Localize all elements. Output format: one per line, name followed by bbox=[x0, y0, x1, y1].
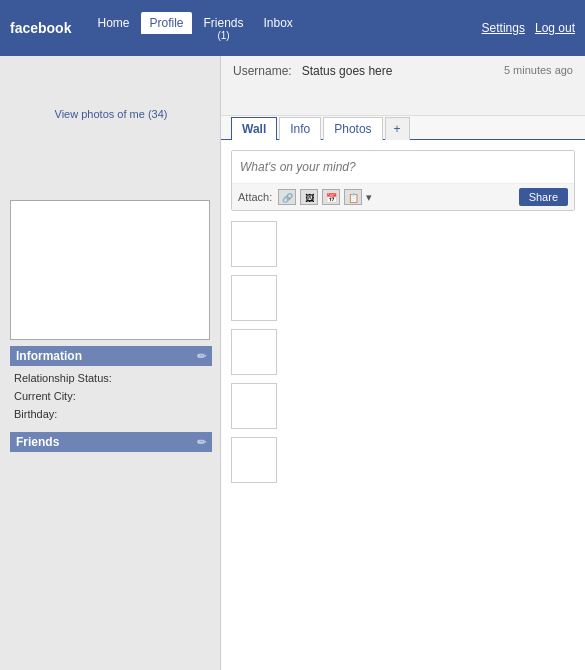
nav-home[interactable]: Home bbox=[89, 12, 137, 34]
profile-tabs: Wall Info Photos + bbox=[221, 116, 585, 140]
wall-post-3 bbox=[231, 329, 575, 375]
post-thumb-5 bbox=[231, 437, 277, 483]
wall-post-1 bbox=[231, 221, 575, 267]
post-thumb-3 bbox=[231, 329, 277, 375]
username-label: Username: bbox=[233, 64, 292, 78]
settings-link[interactable]: Settings bbox=[482, 21, 525, 35]
friends-edit-icon[interactable]: ✏ bbox=[197, 436, 206, 449]
brand-logo: facebook bbox=[10, 20, 71, 36]
nav-friends[interactable]: Friends (1) bbox=[196, 12, 252, 45]
wall-post-5 bbox=[231, 437, 575, 483]
attach-link-icon[interactable]: 🔗 bbox=[278, 189, 296, 205]
status-compose-box: Attach: 🔗 🖼 📅 📋 ▾ Share bbox=[231, 150, 575, 211]
information-box: Information ✏ Relationship Status: Curre… bbox=[10, 346, 212, 422]
share-button[interactable]: Share bbox=[519, 188, 568, 206]
status-text: Status goes here bbox=[302, 64, 393, 78]
post-thumb-2 bbox=[231, 275, 277, 321]
tab-add[interactable]: + bbox=[385, 117, 410, 140]
attach-event-icon[interactable]: 📅 bbox=[322, 189, 340, 205]
post-thumb-1 bbox=[231, 221, 277, 267]
information-header: Information ✏ bbox=[10, 346, 212, 366]
attach-photo-icon[interactable]: 🖼 bbox=[300, 189, 318, 205]
wall-area: Attach: 🔗 🖼 📅 📋 ▾ Share bbox=[221, 140, 585, 501]
wall-post-4 bbox=[231, 383, 575, 429]
sidebar: View photos of me (34) Information ✏ Rel… bbox=[0, 56, 220, 670]
tab-wall[interactable]: Wall bbox=[231, 117, 277, 140]
status-input[interactable] bbox=[232, 151, 574, 183]
post-thumb-4 bbox=[231, 383, 277, 429]
friends-box: Friends ✏ bbox=[10, 432, 212, 452]
nav-inbox[interactable]: Inbox bbox=[256, 12, 301, 34]
profile-photo bbox=[10, 200, 210, 340]
nav-links: Home Profile Friends (1) Inbox bbox=[89, 12, 300, 45]
top-navigation: facebook Home Profile Friends (1) Inbox … bbox=[0, 0, 585, 56]
profile-info: Username: Status goes here bbox=[233, 64, 392, 78]
friends-header: Friends ✏ bbox=[10, 432, 212, 452]
tab-info[interactable]: Info bbox=[279, 117, 321, 140]
relationship-field: Relationship Status: bbox=[10, 370, 212, 386]
view-photos-link[interactable]: View photos of me (34) bbox=[10, 108, 212, 120]
wall-post-2 bbox=[231, 275, 575, 321]
main-area: Username: Status goes here 5 minutes ago… bbox=[220, 56, 585, 670]
attach-label: Attach: bbox=[238, 191, 272, 203]
page-content: View photos of me (34) Information ✏ Rel… bbox=[0, 56, 585, 670]
nav-right-actions: Settings Log out bbox=[482, 21, 575, 35]
information-edit-icon[interactable]: ✏ bbox=[197, 350, 206, 363]
tab-photos[interactable]: Photos bbox=[323, 117, 382, 140]
city-field: Current City: bbox=[10, 388, 212, 404]
profile-header: Username: Status goes here 5 minutes ago bbox=[221, 56, 585, 116]
logout-link[interactable]: Log out bbox=[535, 21, 575, 35]
nav-profile[interactable]: Profile bbox=[141, 12, 191, 34]
birthday-field: Birthday: bbox=[10, 406, 212, 422]
status-toolbar: Attach: 🔗 🖼 📅 📋 ▾ Share bbox=[232, 183, 574, 210]
time-ago: 5 minutes ago bbox=[504, 64, 573, 76]
attach-dropdown-arrow[interactable]: ▾ bbox=[366, 191, 372, 204]
friends-badge: (1) bbox=[217, 30, 229, 41]
attach-video-icon[interactable]: 📋 bbox=[344, 189, 362, 205]
